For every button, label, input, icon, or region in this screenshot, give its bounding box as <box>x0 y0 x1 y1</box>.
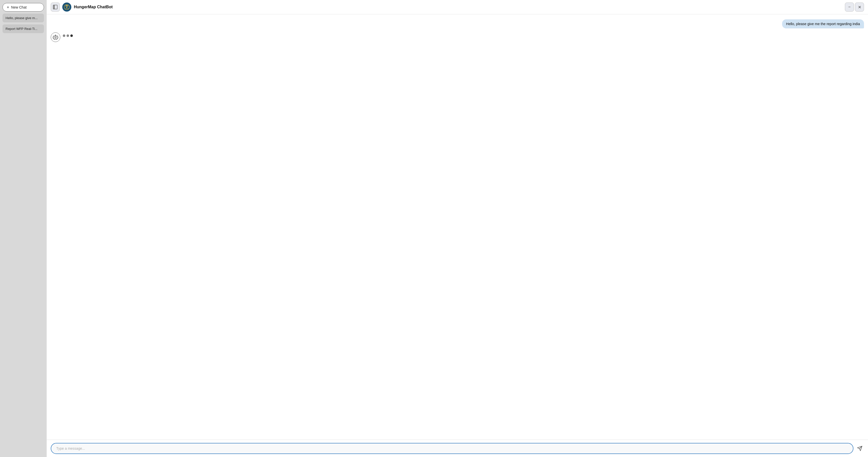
header-title: HungerMap ChatBot <box>74 5 113 9</box>
typing-dot-1 <box>63 34 65 37</box>
chat-area: Hello, please give me the report regardi… <box>47 14 868 440</box>
plus-icon: + <box>7 5 9 9</box>
send-icon <box>857 446 863 451</box>
bot-icon <box>53 34 59 40</box>
new-chat-button[interactable]: + New Chat <box>2 3 44 11</box>
wfp-logo <box>62 2 71 11</box>
minimize-icon: − <box>848 5 850 9</box>
bot-avatar <box>51 32 60 42</box>
user-message-text: Hello, please give me the report regardi… <box>786 22 860 26</box>
user-message-bubble: Hello, please give me the report regardi… <box>782 19 864 28</box>
sidebar-toggle-button[interactable] <box>51 2 60 11</box>
svg-rect-10 <box>55 37 55 37</box>
sidebar-item-history-1[interactable]: Hello, please give m... <box>2 13 44 22</box>
message-input[interactable] <box>51 443 854 454</box>
sidebar-toggle-icon <box>53 5 58 9</box>
svg-rect-9 <box>53 36 58 39</box>
svg-rect-11 <box>56 37 57 37</box>
input-area <box>47 440 868 457</box>
header-actions: − ✕ <box>845 2 864 11</box>
sidebar: + New Chat Hello, please give m... Repor… <box>0 0 46 457</box>
close-icon: ✕ <box>858 5 861 9</box>
typing-indicator <box>63 32 73 37</box>
svg-rect-1 <box>53 5 55 9</box>
minimize-button[interactable]: − <box>845 2 854 11</box>
bot-message-row <box>51 32 864 42</box>
main-panel: HungerMap ChatBot − ✕ Hello, please give… <box>46 0 868 457</box>
svg-point-13 <box>55 35 56 35</box>
user-message-row: Hello, please give me the report regardi… <box>51 19 864 28</box>
svg-point-8 <box>66 7 67 8</box>
svg-point-4 <box>66 5 67 6</box>
close-button[interactable]: ✕ <box>855 2 864 11</box>
typing-dot-3 <box>70 34 73 37</box>
header: HungerMap ChatBot − ✕ <box>47 0 868 14</box>
send-button[interactable] <box>856 444 864 453</box>
sidebar-item-history-2[interactable]: Report WFP Real-Ti... <box>2 24 44 33</box>
new-chat-label: New Chat <box>11 5 26 9</box>
typing-dot-2 <box>67 34 69 37</box>
header-left: HungerMap ChatBot <box>51 2 113 11</box>
